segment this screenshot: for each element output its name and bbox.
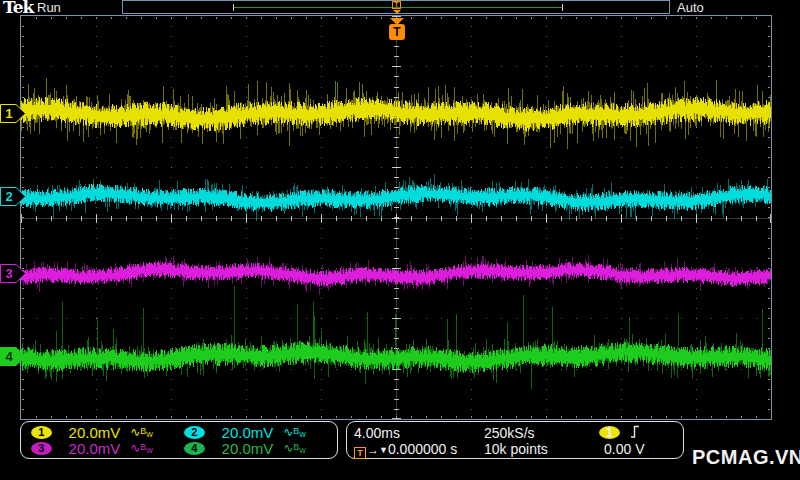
rising-edge-icon xyxy=(630,425,641,438)
readout-row-2: 3 20.0mV ∿BW 4 20.0mV ∿BW xyxy=(31,440,337,456)
record-start-tick xyxy=(233,4,234,11)
trigger-mode-label: Auto xyxy=(677,0,704,15)
channel-4-scale: 20.0mV xyxy=(222,440,284,457)
trigger-t-icon: T xyxy=(354,447,366,459)
channel-2-scale: 20.0mV xyxy=(222,424,284,441)
record-length-readout: 10k points xyxy=(484,441,548,457)
timebase-readout: 4.00ms xyxy=(354,425,400,441)
readout-row-1: 1 20.0mV ∿BW 2 20.0mV ∿BW xyxy=(31,424,337,440)
record-trigger-arrow-icon xyxy=(393,10,401,14)
graticule: T xyxy=(20,15,772,420)
sample-rate-readout: 250kS/s xyxy=(484,425,535,441)
trigger-level-readout: 0.00 V xyxy=(604,441,644,457)
svg-text:2: 2 xyxy=(5,189,12,204)
record-end-tick xyxy=(562,4,563,11)
channel-1-coupling-bw-icon: ∿BW xyxy=(130,425,184,439)
channel-4-coupling-bw-icon: ∿BW xyxy=(283,441,337,455)
svg-text:1: 1 xyxy=(5,106,12,121)
waveform-canvas xyxy=(21,16,771,419)
acquisition-status: Run xyxy=(37,0,61,15)
channel-4-badge: 4 xyxy=(184,442,205,455)
watermark: PCMAG.VN xyxy=(692,446,800,469)
channel-3-ground-marker: 3 xyxy=(0,264,27,283)
record-view-bar: T xyxy=(122,0,670,14)
channel-1-scale: 20.0mV xyxy=(69,424,131,441)
oscilloscope-screen: Tek Run T Auto T 1 2 3 4 xyxy=(0,0,800,480)
channel-3-badge: 3 xyxy=(31,442,52,455)
channel-3-scale: 20.0mV xyxy=(69,440,131,457)
record-trigger-marker-icon: T xyxy=(391,1,402,14)
horizontal-trigger-readout-box: 4.00ms 250kS/s 1 T→▼0.000000 s 10k point… xyxy=(346,421,684,459)
channel-3-coupling-bw-icon: ∿BW xyxy=(130,441,184,455)
channel-2-badge: 2 xyxy=(184,426,205,439)
triangle-down-icon: ▼ xyxy=(379,445,388,455)
channel-1-badge: 1 xyxy=(31,426,52,439)
svg-text:4: 4 xyxy=(5,349,13,364)
channel-1-ground-marker: 1 xyxy=(0,104,27,123)
record-trigger-t-icon: T xyxy=(392,1,401,9)
top-status-bar: Tek Run T Auto xyxy=(0,0,800,15)
trigger-position-flag: T xyxy=(389,24,405,40)
arrow-right-icon: → xyxy=(367,443,379,457)
channel-2-coupling-bw-icon: ∿BW xyxy=(283,425,337,439)
vertical-readout-box: 1 20.0mV ∿BW 2 20.0mV ∿BW 3 20.0mV ∿BW 4… xyxy=(20,421,338,459)
svg-text:3: 3 xyxy=(5,266,12,281)
trigger-source-badge: 1 xyxy=(599,426,620,439)
trigger-position-readout: T→▼0.000000 s xyxy=(354,441,457,459)
channel-2-ground-marker: 2 xyxy=(0,187,27,206)
channel-4-ground-marker: 4 xyxy=(0,347,27,366)
